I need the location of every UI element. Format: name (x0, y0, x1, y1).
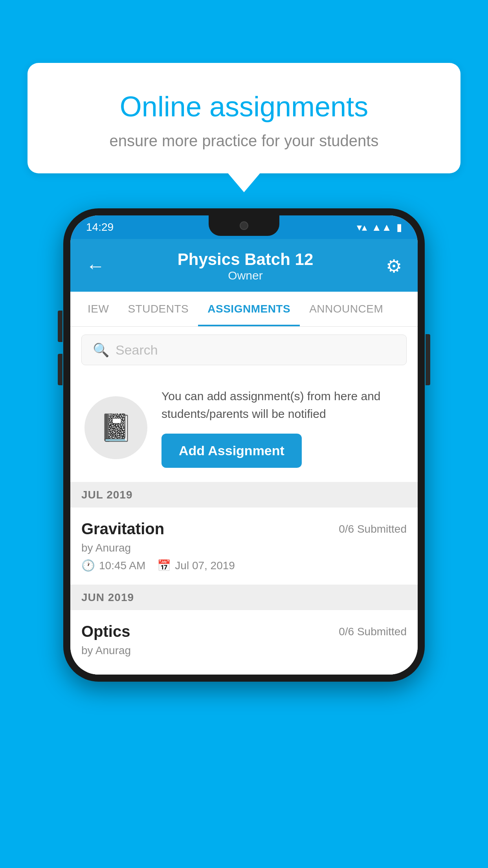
status-icons: ▾▴ ▲▲ ▮ (357, 221, 402, 234)
phone-outer: 14:29 ▾▴ ▲▲ ▮ ← Physics Batch 12 Owner ⚙ (63, 208, 425, 682)
gravitation-by: by Anurag (81, 542, 407, 554)
add-assignment-button[interactable]: Add Assignment (161, 434, 302, 468)
section-jul-2019: JUL 2019 (70, 482, 418, 508)
front-camera (240, 221, 248, 230)
search-icon: 🔍 (93, 342, 109, 358)
tab-iew[interactable]: IEW (78, 292, 118, 326)
volume-up-button (58, 311, 62, 342)
info-card: 📓 You can add assignment(s) from here an… (70, 373, 418, 482)
gravitation-date: 📅 Jul 07, 2019 (157, 559, 235, 572)
speech-bubble-section: Online assignments ensure more practice … (28, 63, 460, 173)
search-placeholder: Search (116, 342, 158, 358)
assignment-row1: Gravitation 0/6 Submitted (81, 520, 407, 538)
header-center: Physics Batch 12 Owner (178, 250, 314, 282)
power-button (426, 334, 430, 385)
phone-notch (209, 215, 279, 236)
settings-icon[interactable]: ⚙ (386, 256, 402, 277)
optics-submitted: 0/6 Submitted (339, 625, 407, 638)
wifi-icon: ▾▴ (357, 221, 367, 234)
optics-by: by Anurag (81, 644, 407, 657)
search-input-wrap[interactable]: 🔍 Search (81, 335, 407, 365)
info-description: You can add assignment(s) from here and … (161, 387, 404, 423)
search-container: 🔍 Search (70, 327, 418, 373)
tab-announcements[interactable]: ANNOUNCEM (300, 292, 393, 326)
section-jul-label: JUL 2019 (81, 489, 132, 501)
battery-icon: ▮ (396, 221, 402, 234)
volume-down-button (58, 354, 62, 385)
notebook-icon: 📓 (99, 412, 133, 443)
assignment-gravitation[interactable]: Gravitation 0/6 Submitted by Anurag 🕐 10… (70, 508, 418, 585)
gravitation-date-text: Jul 07, 2019 (175, 559, 235, 572)
owner-label: Owner (178, 269, 314, 282)
bubble-subtitle: ensure more practice for your students (59, 132, 429, 150)
section-jun-2019: JUN 2019 (70, 585, 418, 610)
calendar-icon: 📅 (157, 559, 171, 572)
phone-mockup: 14:29 ▾▴ ▲▲ ▮ ← Physics Batch 12 Owner ⚙ (63, 208, 425, 682)
assignment-optics[interactable]: Optics 0/6 Submitted by Anurag (70, 610, 418, 675)
optics-row1: Optics 0/6 Submitted (81, 623, 407, 640)
optics-name: Optics (81, 623, 130, 640)
status-time: 14:29 (86, 221, 114, 234)
section-jun-label: JUN 2019 (81, 591, 134, 603)
speech-bubble: Online assignments ensure more practice … (28, 63, 460, 173)
phone-screen: 14:29 ▾▴ ▲▲ ▮ ← Physics Batch 12 Owner ⚙ (70, 215, 418, 675)
batch-title: Physics Batch 12 (178, 250, 314, 269)
assignment-name-gravitation: Gravitation (81, 520, 164, 538)
tab-bar: IEW STUDENTS ASSIGNMENTS ANNOUNCEM (70, 292, 418, 327)
bubble-title: Online assignments (59, 90, 429, 123)
clock-icon: 🕐 (81, 559, 95, 572)
gravitation-time-text: 10:45 AM (99, 559, 145, 572)
info-text-block: You can add assignment(s) from here and … (161, 387, 404, 468)
gravitation-meta: 🕐 10:45 AM 📅 Jul 07, 2019 (81, 559, 407, 572)
gravitation-submitted: 0/6 Submitted (339, 523, 407, 535)
tab-students[interactable]: STUDENTS (118, 292, 198, 326)
back-button[interactable]: ← (86, 257, 105, 276)
gravitation-time: 🕐 10:45 AM (81, 559, 145, 572)
signal-icon: ▲▲ (372, 221, 392, 234)
tab-assignments[interactable]: ASSIGNMENTS (198, 292, 300, 326)
assignment-icon-circle: 📓 (84, 396, 147, 459)
app-header: ← Physics Batch 12 Owner ⚙ (70, 239, 418, 292)
